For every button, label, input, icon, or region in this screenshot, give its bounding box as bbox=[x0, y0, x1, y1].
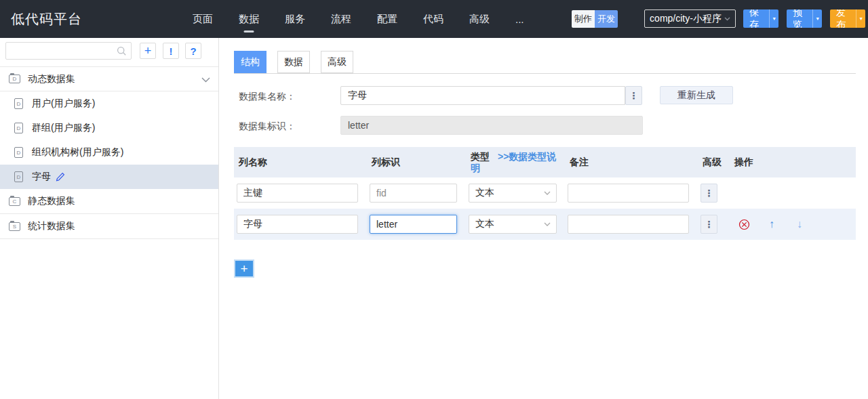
dataset-search-box bbox=[5, 42, 132, 60]
col-remark-input[interactable] bbox=[568, 184, 689, 203]
mode-make-option[interactable]: 制作 bbox=[572, 10, 595, 28]
question-icon: ? bbox=[190, 45, 196, 57]
add-column-button[interactable]: + bbox=[234, 259, 254, 278]
mode-toggle: 制作 开发 bbox=[572, 10, 618, 28]
plus-icon: + bbox=[240, 262, 248, 275]
delete-column-icon[interactable] bbox=[736, 219, 752, 230]
dataset-sidebar: + ! ? D 动态数据集 D 用户(用户服务) D 群组(用户服务) D 组织… bbox=[0, 38, 219, 399]
folder-d-icon: D bbox=[9, 75, 20, 83]
header-remark: 备注 bbox=[565, 156, 698, 169]
dataset-id-label: 数据集标识： bbox=[239, 121, 296, 133]
detail-tabs: 结构 数据 高级 bbox=[234, 51, 353, 73]
section-dynamic-datasets[interactable]: D 动态数据集 bbox=[0, 66, 218, 91]
important-button[interactable]: ! bbox=[163, 43, 179, 59]
tab-advanced[interactable]: 高级 bbox=[321, 51, 353, 73]
section-stat-datasets[interactable]: S 统计数据集 bbox=[0, 214, 218, 239]
sidebar-toolbar: + ! ? bbox=[0, 38, 218, 66]
edit-pencil-icon[interactable] bbox=[56, 172, 65, 182]
move-up-icon[interactable]: ↑ bbox=[764, 218, 780, 230]
nav-item-more[interactable]: ... bbox=[515, 0, 524, 38]
nav-item-services[interactable]: 服务 bbox=[285, 0, 305, 38]
active-nav-underline bbox=[244, 30, 254, 33]
header-operations: 操作 bbox=[730, 156, 856, 169]
column-row-letter: 文本 ⋮ ↑ ↓ bbox=[234, 209, 856, 240]
col-remark-input[interactable] bbox=[568, 215, 689, 234]
app-select-value: comp/city-小程序 bbox=[650, 13, 722, 25]
section-static-datasets[interactable]: C 静态数据集 bbox=[0, 189, 218, 214]
dataset-name-input[interactable] bbox=[340, 86, 625, 105]
dataset-name-label: 数据集名称： bbox=[239, 91, 296, 103]
plus-icon: + bbox=[144, 44, 152, 58]
chevron-down-icon bbox=[724, 17, 730, 21]
dataset-d-icon: D bbox=[14, 123, 23, 133]
publish-dropdown-caret-icon[interactable]: ▼ bbox=[856, 9, 865, 28]
mode-dev-option[interactable]: 开发 bbox=[595, 10, 618, 28]
col-id-input-focused[interactable] bbox=[370, 215, 457, 234]
move-down-icon[interactable]: ↓ bbox=[791, 218, 808, 230]
nav-item-pages[interactable]: 页面 bbox=[193, 0, 213, 38]
tab-structure[interactable]: 结构 bbox=[234, 51, 267, 73]
dataset-item-letter[interactable]: D 字母 bbox=[0, 165, 218, 189]
header-col-name: 列名称 bbox=[234, 156, 367, 169]
dataset-id-input bbox=[340, 116, 643, 135]
col-name-input[interactable] bbox=[237, 215, 358, 234]
topbar: 低代码平台 页面 数据 服务 流程 配置 代码 高级 ... 制作 开发 com… bbox=[0, 0, 868, 38]
publish-button[interactable]: 发布 ▼ bbox=[830, 9, 865, 28]
dataset-d-icon: D bbox=[14, 147, 23, 158]
regenerate-button[interactable]: 重新生成 bbox=[660, 86, 733, 104]
col-type-select[interactable]: 文本 bbox=[469, 184, 557, 203]
nav-item-flows[interactable]: 流程 bbox=[331, 0, 351, 38]
dataset-item-orgtree[interactable]: D 组织机构树(用户服务) bbox=[0, 140, 218, 165]
search-icon bbox=[117, 46, 127, 56]
preview-button[interactable]: 预览 ▼ bbox=[787, 9, 822, 28]
help-button[interactable]: ? bbox=[185, 43, 201, 59]
add-dataset-button[interactable]: + bbox=[140, 43, 156, 59]
nav-item-data[interactable]: 数据 bbox=[239, 0, 259, 38]
app-select[interactable]: comp/city-小程序 bbox=[644, 9, 736, 28]
preview-dropdown-caret-icon[interactable]: ▼ bbox=[812, 9, 822, 28]
kebab-icon: ⋮ bbox=[629, 90, 639, 101]
row-operations: ↑ ↓ bbox=[730, 218, 856, 230]
tabs-divider bbox=[234, 73, 856, 74]
folder-s-icon: S bbox=[9, 222, 20, 231]
col-name-input[interactable] bbox=[237, 184, 358, 203]
header-col-type: 类型>>数据类型说明 bbox=[466, 151, 565, 174]
nav-item-advanced[interactable]: 高级 bbox=[469, 0, 490, 38]
columns-table-header: 列名称 列标识 类型>>数据类型说明 备注 高级 操作 bbox=[234, 147, 856, 177]
dataset-item-groups[interactable]: D 群组(用户服务) bbox=[0, 116, 218, 140]
dataset-item-users[interactable]: D 用户(用户服务) bbox=[0, 91, 218, 116]
columns-table: 列名称 列标识 类型>>数据类型说明 备注 高级 操作 文本 ⋮ 文本 ⋮ bbox=[234, 147, 856, 240]
app-logo: 低代码平台 bbox=[11, 10, 82, 28]
kebab-icon: ⋮ bbox=[705, 188, 714, 198]
save-dropdown-caret-icon[interactable]: ▼ bbox=[769, 9, 778, 28]
col-advanced-kebab-button[interactable]: ⋮ bbox=[701, 215, 717, 234]
nav-item-config[interactable]: 配置 bbox=[377, 0, 397, 38]
col-id-input[interactable] bbox=[370, 184, 457, 203]
header-advanced: 高级 bbox=[698, 156, 730, 169]
kebab-icon: ⋮ bbox=[705, 219, 714, 230]
tab-data[interactable]: 数据 bbox=[277, 51, 310, 73]
folder-c-icon: C bbox=[9, 197, 20, 206]
nav-item-code[interactable]: 代码 bbox=[423, 0, 443, 38]
exclamation-icon: ! bbox=[170, 45, 173, 57]
dataset-search-input[interactable] bbox=[12, 43, 115, 58]
dataset-d-icon: D bbox=[14, 171, 23, 182]
col-type-select[interactable]: 文本 bbox=[469, 215, 557, 234]
chevron-down-icon[interactable] bbox=[201, 77, 210, 83]
col-advanced-kebab-button[interactable]: ⋮ bbox=[701, 184, 717, 203]
dataset-d-icon: D bbox=[14, 98, 23, 109]
header-col-id: 列标识 bbox=[367, 156, 466, 169]
column-row-fid: 文本 ⋮ bbox=[234, 177, 856, 209]
dataset-name-kebab-button[interactable]: ⋮ bbox=[625, 86, 642, 105]
save-button[interactable]: 保存 ▼ bbox=[743, 9, 778, 28]
chevron-down-icon bbox=[544, 222, 551, 226]
main-nav: 页面 数据 服务 流程 配置 代码 高级 ... bbox=[193, 0, 524, 38]
chevron-down-icon bbox=[544, 191, 551, 195]
